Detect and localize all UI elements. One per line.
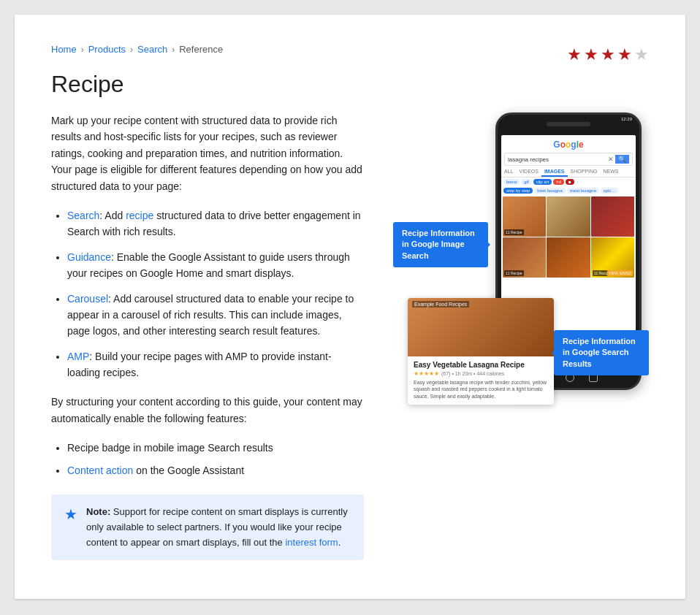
note-end: . [338, 537, 341, 548]
star-1: ★ [567, 45, 582, 64]
chip-hd: hd [553, 179, 564, 185]
link-content-action[interactable]: Content action [67, 465, 133, 476]
extra-content-action-text: on the Google Assistant [133, 465, 244, 476]
image-column: Recipe Information in Google Image Searc… [386, 112, 649, 560]
content-area: Mark up your recipe content with structu… [51, 112, 649, 560]
phone-img-6: 11 Recipe VIEW SAVED [591, 237, 634, 278]
phone-tab-videos: VIDEOS [516, 167, 541, 177]
extra-item-content-action: Content action on the Google Assistant [67, 462, 364, 478]
text-column: Mark up your recipe content with structu… [51, 112, 364, 560]
page-title: Recipe [51, 71, 649, 98]
summary-paragraph: By structuring your content according to… [51, 394, 364, 427]
star-5-empty: ★ [634, 45, 649, 64]
feature-carousel-text: : Add carousel structured data to enable… [67, 293, 354, 337]
feature-amp-text: : Build your recipe pages with AMP to pr… [67, 351, 332, 378]
chip-clipart: clip art [533, 179, 552, 185]
phone-filter-chips: latest gif clip art hd ■ [501, 177, 636, 186]
callout-image-search: Recipe Information in Google Image Searc… [393, 222, 488, 267]
extra-item-badge: Recipe badge in mobile image Search resu… [67, 440, 364, 456]
star-2: ★ [584, 45, 598, 64]
star-3: ★ [601, 45, 615, 64]
phone-search-bar: lasagna recipes ✕ 🔍 [504, 153, 633, 166]
chip-stepbystep: step by step [503, 188, 533, 194]
view-saved-badge: VIEW SAVED [607, 270, 633, 276]
phone-google-logo: Google [501, 135, 636, 151]
food-card-image: Example Food Recipes [408, 298, 554, 356]
food-card-title: Easy Vegetable Lasagna Recipe [414, 361, 548, 369]
interest-form-link[interactable]: interest form [285, 537, 338, 548]
breadcrumb-home[interactable]: Home [51, 44, 77, 55]
note-star-icon: ★ [64, 505, 77, 523]
link-carousel[interactable]: Carousel [67, 293, 108, 305]
phone-img-4: 11 Recipe [503, 237, 546, 278]
phone-tab-all: ALL [501, 167, 516, 177]
intro-paragraph: Mark up your recipe content with structu… [51, 112, 364, 194]
note-box: ★ Note: Support for recipe content on sm… [51, 494, 364, 560]
phone-tabs: ALL VIDEOS IMAGES SHOPPING NEWS [501, 167, 636, 177]
callout-search-results: Recipe Information in Google Search Resu… [554, 330, 649, 375]
phone-tab-news: NEWS [601, 167, 622, 177]
phone-mockup: Recipe Information in Google Image Searc… [393, 112, 642, 419]
food-card: Example Food Recipes Easy Vegetable Lasa… [408, 298, 554, 405]
breadcrumb-reference: Reference [179, 44, 223, 55]
chip-color: ■ [566, 179, 574, 185]
list-item-search: Search: Add recipe structured data to dr… [67, 207, 364, 240]
chip-latest: latest [503, 179, 520, 185]
note-bold: Note: [86, 506, 110, 517]
breadcrumb-products[interactable]: Products [88, 44, 126, 55]
food-card-stars: ★★★★★ [414, 370, 439, 377]
star-4: ★ [617, 45, 632, 64]
phone-tab-shopping: SHOPPING [568, 167, 601, 177]
feature-search-text: : Add [99, 210, 126, 221]
breadcrumb-sep-2: › [130, 45, 133, 55]
food-card-body: Easy Vegetable Lasagna Recipe ★★★★★ (67)… [408, 356, 554, 405]
phone-filter-chips-2: step by step beet lasagna meat lasagna s… [501, 186, 636, 195]
food-card-description: Easy vegetable lasagna recipe with tende… [414, 379, 548, 400]
phone-search-query: lasagna recipes [508, 156, 608, 163]
breadcrumb-sep-3: › [172, 45, 175, 55]
phone-img-5 [547, 237, 590, 278]
breadcrumb-search[interactable]: Search [137, 44, 167, 55]
phone-search-submit-icon: 🔍 [615, 155, 629, 164]
link-amp[interactable]: AMP [67, 351, 89, 362]
food-card-rating-text: (67) • 1h 20m • 444 calories [441, 371, 504, 376]
phone-img-3 [591, 196, 634, 237]
list-item-amp: AMP: Build your recipe pages with AMP to… [67, 348, 364, 381]
phone-clear-icon: ✕ [608, 156, 614, 163]
chip-beet: beet lasagna [534, 188, 565, 194]
link-search[interactable]: Search [67, 210, 99, 221]
note-text: Note: Support for recipe content on smar… [86, 505, 351, 550]
phone-img-badge-4: 11 Recipe [504, 270, 524, 276]
link-guidance[interactable]: Guidance [67, 251, 111, 263]
chip-gif: gif [521, 179, 531, 185]
extra-badge-text: Recipe badge in mobile image Search resu… [67, 442, 273, 454]
list-item-carousel: Carousel: Add carousel structured data t… [67, 291, 364, 340]
phone-img-1: 11 Recipe [503, 196, 546, 237]
chip-spic: spic… [601, 188, 619, 194]
list-item-guidance: Guidance: Enable the Google Assistant to… [67, 249, 364, 282]
star-rating: ★ ★ ★ ★ ★ [567, 45, 649, 64]
feature-list: Search: Add recipe structured data to dr… [51, 207, 364, 381]
phone-img-badge-1: 11 Recipe [504, 229, 524, 235]
page-container: Home › Products › Search › Reference ★ ★… [15, 15, 685, 599]
food-card-meta: ★★★★★ (67) • 1h 20m • 444 calories [414, 370, 548, 377]
chip-meat: meat lasagna [567, 188, 599, 194]
breadcrumb-sep-1: › [81, 45, 84, 55]
extra-list: Recipe badge in mobile image Search resu… [51, 440, 364, 478]
link-recipe[interactable]: recipe [126, 210, 153, 221]
header-row: Home › Products › Search › Reference ★ ★… [51, 44, 649, 71]
phone-time: 12:29 [621, 117, 632, 121]
food-card-image-label: Example Food Recipes [412, 301, 469, 308]
breadcrumb: Home › Products › Search › Reference [51, 44, 223, 55]
phone-tab-images: IMAGES [541, 167, 568, 177]
phone-image-grid: 11 Recipe 11 Recipe 11 Recipe VIEW SAVED [501, 195, 636, 279]
phone-speaker [547, 122, 590, 126]
phone-img-2 [547, 196, 590, 237]
